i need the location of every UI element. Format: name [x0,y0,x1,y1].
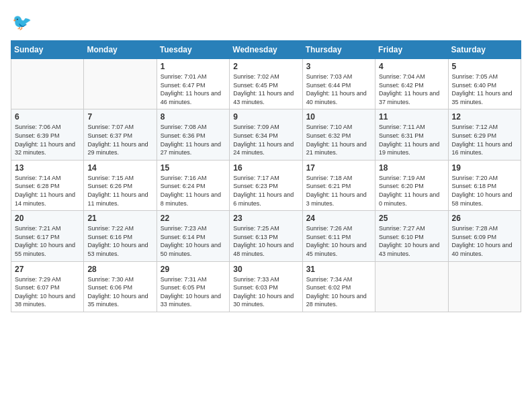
day-info: Sunrise: 7:17 AM Sunset: 6:23 PM Dayligh… [233,174,298,208]
day-number: 27 [15,265,80,274]
weekday-header-friday: Friday [375,41,448,59]
calendar-cell [448,261,521,312]
calendar-cell: 13Sunrise: 7:14 AM Sunset: 6:28 PM Dayli… [11,160,84,210]
day-info: Sunrise: 7:30 AM Sunset: 6:06 PM Dayligh… [87,275,152,309]
day-number: 18 [379,163,444,173]
day-info: Sunrise: 7:22 AM Sunset: 6:16 PM Dayligh… [87,224,152,258]
day-info: Sunrise: 7:27 AM Sunset: 6:10 PM Dayligh… [379,224,444,258]
day-number: 25 [379,214,444,223]
day-number: 1 [161,62,226,71]
calendar-cell: 25Sunrise: 7:27 AM Sunset: 6:10 PM Dayli… [375,211,448,261]
day-info: Sunrise: 7:05 AM Sunset: 6:40 PM Dayligh… [452,73,517,106]
day-info: Sunrise: 7:14 AM Sunset: 6:28 PM Dayligh… [15,174,80,208]
calendar-cell: 11Sunrise: 7:11 AM Sunset: 6:31 PM Dayli… [375,109,448,160]
calendar-cell [11,59,84,109]
day-info: Sunrise: 7:09 AM Sunset: 6:34 PM Dayligh… [233,123,298,156]
calendar-cell: 7Sunrise: 7:07 AM Sunset: 6:37 PM Daylig… [84,109,157,160]
logo: 🐦 [11,11,36,35]
day-info: Sunrise: 7:34 AM Sunset: 6:02 PM Dayligh… [306,275,371,309]
calendar-cell: 28Sunrise: 7:30 AM Sunset: 6:06 PM Dayli… [84,261,157,312]
day-info: Sunrise: 7:19 AM Sunset: 6:20 PM Dayligh… [379,174,444,208]
day-info: Sunrise: 7:11 AM Sunset: 6:31 PM Dayligh… [379,123,444,156]
day-info: Sunrise: 7:07 AM Sunset: 6:37 PM Dayligh… [87,123,152,156]
day-info: Sunrise: 7:10 AM Sunset: 6:32 PM Dayligh… [306,123,371,156]
day-number: 21 [87,214,152,223]
calendar-cell: 1Sunrise: 7:01 AM Sunset: 6:47 PM Daylig… [157,59,229,109]
calendar-cell: 21Sunrise: 7:22 AM Sunset: 6:16 PM Dayli… [84,211,157,261]
page-header: 🐦 [11,11,521,35]
calendar-cell: 23Sunrise: 7:25 AM Sunset: 6:13 PM Dayli… [230,211,302,261]
day-info: Sunrise: 7:33 AM Sunset: 6:03 PM Dayligh… [233,275,298,309]
calendar-cell: 15Sunrise: 7:16 AM Sunset: 6:24 PM Dayli… [157,160,229,210]
day-number: 10 [306,112,371,122]
day-info: Sunrise: 7:04 AM Sunset: 6:42 PM Dayligh… [379,73,444,106]
weekday-header-row: SundayMondayTuesdayWednesdayThursdayFrid… [11,41,521,59]
calendar-cell: 4Sunrise: 7:04 AM Sunset: 6:42 PM Daylig… [375,59,448,109]
calendar-cell: 3Sunrise: 7:03 AM Sunset: 6:44 PM Daylig… [302,59,375,109]
day-number: 30 [233,265,298,274]
day-info: Sunrise: 7:01 AM Sunset: 6:47 PM Dayligh… [161,73,226,106]
day-number: 26 [452,214,517,223]
day-number: 28 [87,265,152,274]
day-info: Sunrise: 7:15 AM Sunset: 6:26 PM Dayligh… [87,174,152,208]
day-number: 24 [306,214,371,223]
day-number: 19 [452,163,517,173]
calendar-cell: 27Sunrise: 7:29 AM Sunset: 6:07 PM Dayli… [11,261,84,312]
calendar-cell: 17Sunrise: 7:18 AM Sunset: 6:21 PM Dayli… [302,160,375,210]
weekday-header-thursday: Thursday [302,41,375,59]
calendar-cell: 5Sunrise: 7:05 AM Sunset: 6:40 PM Daylig… [448,59,521,109]
day-info: Sunrise: 7:28 AM Sunset: 6:09 PM Dayligh… [452,224,517,258]
day-number: 16 [233,163,298,173]
calendar-week-row: 27Sunrise: 7:29 AM Sunset: 6:07 PM Dayli… [11,261,521,312]
day-info: Sunrise: 7:03 AM Sunset: 6:44 PM Dayligh… [306,73,371,106]
calendar-cell: 18Sunrise: 7:19 AM Sunset: 6:20 PM Dayli… [375,160,448,210]
day-number: 31 [306,265,371,274]
day-number: 14 [87,163,152,173]
calendar-table: SundayMondayTuesdayWednesdayThursdayFrid… [11,40,521,312]
calendar-cell [375,261,448,312]
calendar-cell: 8Sunrise: 7:08 AM Sunset: 6:36 PM Daylig… [157,109,229,160]
day-number: 20 [15,214,80,223]
calendar-cell: 14Sunrise: 7:15 AM Sunset: 6:26 PM Dayli… [84,160,157,210]
day-info: Sunrise: 7:02 AM Sunset: 6:45 PM Dayligh… [233,73,298,106]
svg-text:🐦: 🐦 [12,13,32,32]
calendar-cell: 20Sunrise: 7:21 AM Sunset: 6:17 PM Dayli… [11,211,84,261]
calendar-cell: 24Sunrise: 7:26 AM Sunset: 6:11 PM Dayli… [302,211,375,261]
day-number: 7 [87,112,152,122]
day-info: Sunrise: 7:12 AM Sunset: 6:29 PM Dayligh… [452,123,517,156]
day-number: 15 [161,163,226,173]
day-info: Sunrise: 7:23 AM Sunset: 6:14 PM Dayligh… [161,224,226,258]
calendar-week-row: 20Sunrise: 7:21 AM Sunset: 6:17 PM Dayli… [11,211,521,261]
day-info: Sunrise: 7:21 AM Sunset: 6:17 PM Dayligh… [15,224,80,258]
calendar-cell: 30Sunrise: 7:33 AM Sunset: 6:03 PM Dayli… [230,261,302,312]
day-number: 12 [452,112,517,122]
calendar-cell: 6Sunrise: 7:06 AM Sunset: 6:39 PM Daylig… [11,109,84,160]
calendar-cell: 31Sunrise: 7:34 AM Sunset: 6:02 PM Dayli… [302,261,375,312]
day-info: Sunrise: 7:26 AM Sunset: 6:11 PM Dayligh… [306,224,371,258]
day-info: Sunrise: 7:29 AM Sunset: 6:07 PM Dayligh… [15,275,80,309]
day-info: Sunrise: 7:08 AM Sunset: 6:36 PM Dayligh… [161,123,226,156]
day-info: Sunrise: 7:16 AM Sunset: 6:24 PM Dayligh… [161,174,226,208]
calendar-cell: 9Sunrise: 7:09 AM Sunset: 6:34 PM Daylig… [230,109,302,160]
day-number: 13 [15,163,80,173]
calendar-week-row: 1Sunrise: 7:01 AM Sunset: 6:47 PM Daylig… [11,59,521,109]
calendar-cell: 22Sunrise: 7:23 AM Sunset: 6:14 PM Dayli… [157,211,229,261]
day-number: 22 [161,214,226,223]
weekday-header-sunday: Sunday [11,41,84,59]
day-info: Sunrise: 7:06 AM Sunset: 6:39 PM Dayligh… [15,123,80,156]
day-number: 5 [452,62,517,71]
calendar-cell: 19Sunrise: 7:20 AM Sunset: 6:18 PM Dayli… [448,160,521,210]
weekday-header-monday: Monday [84,41,157,59]
calendar-week-row: 13Sunrise: 7:14 AM Sunset: 6:28 PM Dayli… [11,160,521,210]
day-info: Sunrise: 7:18 AM Sunset: 6:21 PM Dayligh… [306,174,371,208]
day-number: 8 [161,112,226,122]
day-number: 11 [379,112,444,122]
calendar-cell: 10Sunrise: 7:10 AM Sunset: 6:32 PM Dayli… [302,109,375,160]
calendar-cell [84,59,157,109]
calendar-cell: 29Sunrise: 7:31 AM Sunset: 6:05 PM Dayli… [157,261,229,312]
day-number: 29 [161,265,226,274]
day-number: 23 [233,214,298,223]
day-info: Sunrise: 7:31 AM Sunset: 6:05 PM Dayligh… [161,275,226,309]
day-number: 9 [233,112,298,122]
day-info: Sunrise: 7:25 AM Sunset: 6:13 PM Dayligh… [233,224,298,258]
